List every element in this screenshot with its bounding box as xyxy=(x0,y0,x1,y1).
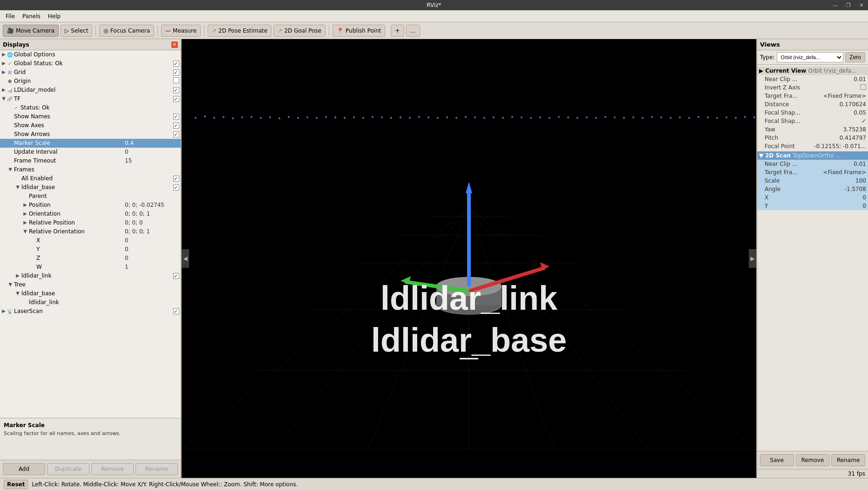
near-clip-value: 0.01 xyxy=(854,76,866,82)
pose-estimate-button[interactable]: ↗ 2D Pose Estimate xyxy=(208,25,271,37)
show-arrows-checkbox[interactable] xyxy=(173,131,179,137)
add-button[interactable]: Add xyxy=(3,463,45,475)
origin-checkbox[interactable] xyxy=(173,77,179,83)
3d-viewport[interactable]: ldlidar_link ldlidar_base ◀ ▶ xyxy=(182,39,756,478)
tree-item-z[interactable]: Z 0 xyxy=(0,254,181,263)
tree-item-frames[interactable]: ▼ Frames xyxy=(0,165,181,174)
tree-item-laser-scan[interactable]: ▶ 📡 LaserScan xyxy=(0,307,181,316)
maximize-button[interactable]: ❐ xyxy=(842,0,855,10)
svg-point-21 xyxy=(260,117,262,119)
views-zero-button[interactable]: Zero xyxy=(845,52,865,62)
displays-close-button[interactable]: ✕ xyxy=(171,41,178,48)
tree-item-show-names[interactable]: Show Names xyxy=(0,112,181,121)
views-remove-button[interactable]: Remove xyxy=(796,454,830,466)
laser-scan-checkbox[interactable] xyxy=(173,308,179,314)
menu-panels[interactable]: Panels xyxy=(19,12,44,21)
tree-label: Tree xyxy=(13,281,181,288)
tree-item-y[interactable]: Y 0 xyxy=(0,245,181,254)
viewport-collapse-left[interactable]: ◀ xyxy=(182,249,189,268)
remove-button[interactable]: Remove xyxy=(91,463,134,475)
move-camera-button[interactable]: 🎥 Move Camera xyxy=(3,25,59,37)
tree-item-show-axes[interactable]: Show Axes xyxy=(0,121,181,130)
2d-scan-sublabel: TopDownOrtho ... xyxy=(793,152,841,159)
global-status-checkbox[interactable] xyxy=(173,61,179,67)
svg-point-52 xyxy=(549,117,550,119)
x-value: 0 xyxy=(125,237,181,244)
viewport-collapse-right[interactable]: ▶ xyxy=(749,249,756,268)
svg-point-26 xyxy=(306,116,308,118)
svg-point-30 xyxy=(344,117,346,119)
measure-icon: — xyxy=(165,27,171,34)
displays-title: Displays xyxy=(3,41,29,48)
w-value: 1 xyxy=(125,264,181,270)
tree-item-ldlidar[interactable]: ▶ 📊 LDLidar_model xyxy=(0,86,181,95)
views-rename-button[interactable]: Rename xyxy=(831,454,865,466)
views-save-button[interactable]: Save xyxy=(760,454,794,466)
tree-item-tree-ldlidar-base[interactable]: ▼ ldlidar_base xyxy=(0,289,181,298)
tree-item-ldlidar-base[interactable]: ▼ ldlidar_base xyxy=(0,183,181,192)
rename-button[interactable]: Rename xyxy=(136,463,178,475)
svg-point-62 xyxy=(642,117,644,119)
goal-pose-button[interactable]: ↗ 2D Goal Pose xyxy=(273,25,326,37)
tree-item-w[interactable]: W 1 xyxy=(0,263,181,272)
all-enabled-checkbox[interactable] xyxy=(173,176,179,182)
tree-item-relative-orientation[interactable]: ▼ Relative Orientation 0; 0; 0; 1 xyxy=(0,227,181,236)
tf-checkbox[interactable] xyxy=(173,96,179,102)
view-prop-focal-point: Focal Point -0.12155; -0.071... xyxy=(757,142,868,150)
ldlidar-base-checkbox[interactable] xyxy=(173,184,179,191)
svg-point-48 xyxy=(511,116,513,118)
tree-item-orientation[interactable]: ▶ Orientation 0; 0; 0; 1 xyxy=(0,210,181,218)
tree-item-origin[interactable]: ⊕ Origin xyxy=(0,77,181,86)
tree-item-all-enabled[interactable]: All Enabled xyxy=(0,174,181,183)
global-options-icon: 🌐 xyxy=(7,51,13,58)
tree-item-tf[interactable]: ▼ 🔗 TF xyxy=(0,95,181,103)
reset-button[interactable]: Reset xyxy=(4,480,28,489)
tree-item-update-interval[interactable]: Update Interval 0 xyxy=(0,148,181,157)
tree-item-frame-timeout[interactable]: Frame Timeout 15 xyxy=(0,157,181,165)
tree-item-marker-scale[interactable]: Marker Scale 0.4 xyxy=(0,139,181,148)
orientation-label: Orientation xyxy=(28,211,125,217)
publish-point-icon: 📍 xyxy=(337,27,344,34)
tree-item-grid[interactable]: ▶ ⊞ Grid xyxy=(0,68,181,77)
tree-item-show-arrows[interactable]: Show Arrows xyxy=(0,130,181,139)
statusbar-hint: Left-Click: Rotate. Middle-Click: Move X… xyxy=(32,481,298,488)
publish-point-button[interactable]: 📍 Publish Point xyxy=(332,25,385,37)
2d-x-label: X xyxy=(765,194,862,201)
tree-item-global-status[interactable]: ▶ ✓ Global Status: Ok xyxy=(0,59,181,68)
tree-item-global-options[interactable]: ▶ 🌐 Global Options xyxy=(0,50,181,59)
svg-point-37 xyxy=(409,117,411,119)
duplicate-button[interactable]: Duplicate xyxy=(47,463,89,475)
tree-item-tf-status[interactable]: ✓ Status: Ok xyxy=(0,103,181,112)
tree-item-position[interactable]: ▶ Position 0; 0; -0.02745 xyxy=(0,201,181,210)
tree-item-tree[interactable]: ▼ Tree xyxy=(0,280,181,289)
tree-item-parent[interactable]: Parent xyxy=(0,192,181,201)
current-view-header[interactable]: ▶ Current View Orbit (rviz_defa... xyxy=(757,67,868,75)
2d-y-value: 0 xyxy=(862,203,866,209)
close-button[interactable]: ✕ xyxy=(855,0,868,10)
focus-camera-button[interactable]: ◎ Focus Camera xyxy=(99,25,154,37)
displays-tree[interactable]: ▶ 🌐 Global Options ▶ ✓ Global Status: Ok… xyxy=(0,50,181,418)
tree-item-ldlidar-link-frame[interactable]: ▶ ldlidar_link xyxy=(0,272,181,280)
show-names-checkbox[interactable] xyxy=(173,114,179,120)
2d-scan-header[interactable]: ▼ 2D Scan TopDownOrtho ... xyxy=(757,151,868,160)
svg-point-35 xyxy=(390,117,392,119)
views-type-select[interactable]: Orbit (rviz_defa... TopDownOrtho... xyxy=(777,52,844,62)
ldlidar-checkbox[interactable] xyxy=(173,87,179,93)
svg-point-45 xyxy=(483,117,485,119)
grid-checkbox[interactable] xyxy=(173,69,179,75)
svg-point-42 xyxy=(455,117,457,119)
ldlidar-link-frame-checkbox[interactable] xyxy=(173,273,179,279)
tree-item-relative-position[interactable]: ▶ Relative Position 0; 0; 0 xyxy=(0,218,181,227)
add-tool-button[interactable]: + xyxy=(391,25,404,37)
focal-shape2-value: ✓ xyxy=(861,118,866,124)
show-axes-checkbox[interactable] xyxy=(173,122,179,129)
more-options-button[interactable]: … xyxy=(406,25,420,37)
menu-file[interactable]: File xyxy=(2,12,19,21)
tree-item-tree-ldlidar-link[interactable]: ldlidar_link xyxy=(0,298,181,307)
view-prop-2d-y: Y 0 xyxy=(757,202,868,210)
select-button[interactable]: ▷ Select xyxy=(61,25,92,37)
tree-item-x[interactable]: X 0 xyxy=(0,236,181,245)
measure-button[interactable]: — Measure xyxy=(161,25,201,37)
minimize-button[interactable]: — xyxy=(829,0,842,10)
menu-help[interactable]: Help xyxy=(44,12,64,21)
